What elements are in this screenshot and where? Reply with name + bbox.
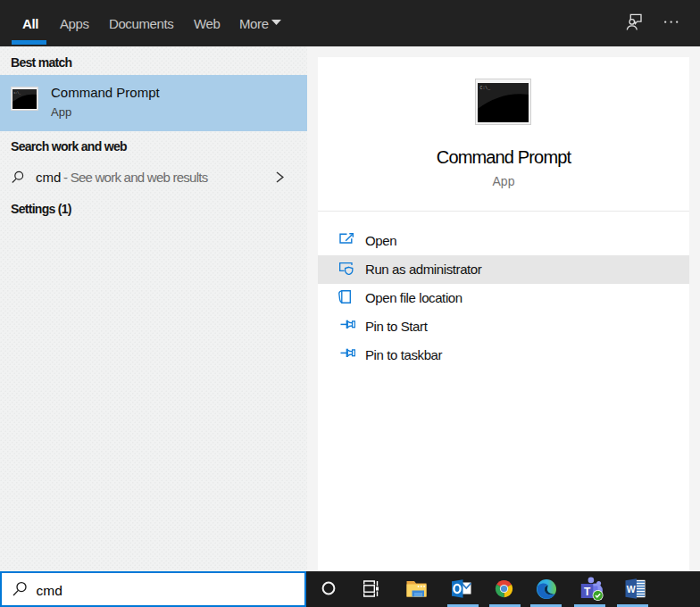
svg-text:C:\_: C:\_ <box>480 86 491 90</box>
svg-text:C:\_: C:\_ <box>14 91 21 95</box>
svg-text:T: T <box>584 586 591 598</box>
svg-text:W: W <box>627 584 636 595</box>
